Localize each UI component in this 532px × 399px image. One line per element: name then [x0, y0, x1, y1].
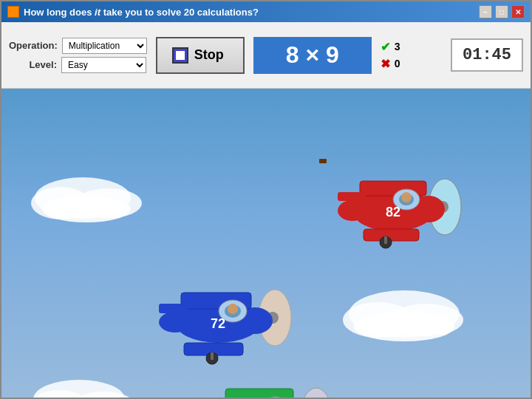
svg-point-7: [354, 312, 454, 341]
correct-count: 3: [395, 41, 400, 52]
svg-point-2: [75, 188, 142, 218]
svg-point-16: [338, 200, 367, 221]
title-bar-controls: − □ ✕: [479, 5, 525, 18]
svg-point-31: [159, 312, 191, 332]
svg-rect-25: [384, 236, 387, 244]
operation-select[interactable]: Multiplication: [62, 38, 147, 54]
title-bar: How long does it take you to solve 20 ca…: [1, 1, 531, 22]
svg-point-22: [401, 192, 412, 202]
svg-point-8: [33, 380, 125, 398]
window-title: How long does it take you to solve 20 ca…: [24, 7, 259, 18]
wrong-count: 0: [395, 58, 400, 69]
svg-point-4: [349, 290, 460, 338]
level-row: Level: Easy: [9, 57, 147, 73]
app-window: How long does it take you to solve 20 ca…: [0, 0, 532, 399]
svg-rect-46: [225, 389, 293, 398]
svg-point-5: [343, 302, 414, 338]
maximize-button[interactable]: □: [495, 5, 508, 18]
toolbar: Operation: Multiplication Level: Easy St…: [1, 22, 531, 89]
level-select[interactable]: Easy: [61, 57, 146, 73]
app-icon: [7, 6, 19, 18]
svg-point-6: [389, 304, 463, 336]
svg-text:82: 82: [386, 205, 400, 219]
svg-point-3: [42, 196, 131, 222]
svg-point-1: [31, 187, 90, 219]
svg-rect-34: [159, 304, 188, 313]
problem-display: 8 × 9: [253, 37, 372, 74]
svg-rect-23: [319, 159, 327, 163]
operation-row: Operation: Multiplication: [9, 38, 147, 54]
game-area: 82 72: [1, 89, 531, 398]
stop-icon: [172, 47, 188, 64]
blue-airplane[interactable]: 72: [138, 272, 301, 368]
minimize-button[interactable]: −: [479, 5, 492, 18]
cross-icon: ✖: [381, 57, 390, 71]
svg-rect-19: [338, 192, 366, 201]
svg-point-9: [31, 390, 87, 398]
stop-inner: [176, 51, 185, 60]
red-airplane[interactable]: 82: [319, 159, 467, 255]
svg-point-0: [35, 177, 131, 219]
green-airplane[interactable]: 71: [185, 368, 340, 398]
stop-label: Stop: [194, 47, 224, 63]
timer-display: 01:45: [451, 38, 523, 72]
controls-left: Operation: Multiplication Level: Easy: [9, 38, 147, 73]
operation-label: Operation:: [9, 40, 58, 51]
svg-text:72: 72: [211, 316, 225, 331]
wrong-score-row: ✖ 0: [381, 57, 400, 71]
stop-button[interactable]: Stop: [156, 37, 245, 74]
score-area: ✔ 3 ✖ 0: [381, 40, 400, 71]
svg-point-37: [228, 304, 238, 314]
level-label: Level:: [9, 59, 57, 70]
check-icon: ✔: [381, 40, 390, 54]
svg-rect-39: [211, 352, 214, 360]
svg-point-10: [72, 392, 134, 398]
close-button[interactable]: ✕: [511, 5, 525, 18]
svg-point-41: [301, 388, 332, 398]
svg-rect-18: [364, 229, 419, 241]
correct-score-row: ✔ 3: [381, 40, 400, 54]
problem-text: 8 × 9: [286, 41, 339, 69]
